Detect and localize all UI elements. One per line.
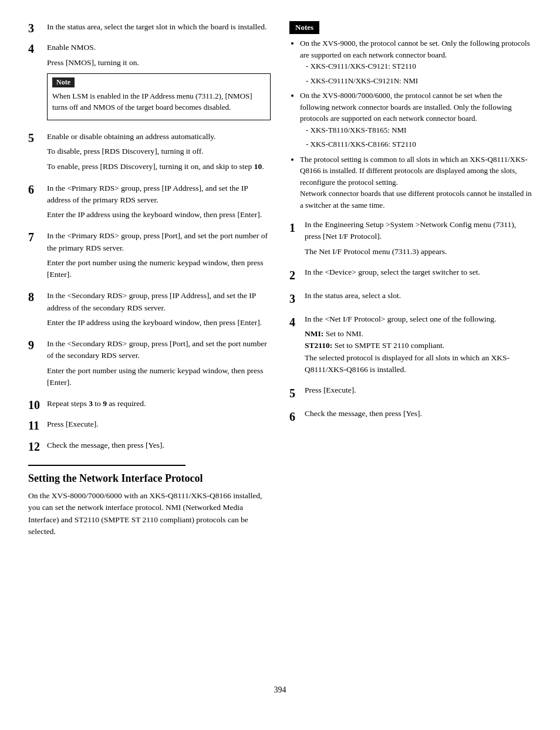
step-7-number: 7: [28, 230, 47, 244]
step-8-main: In the <Secondary RDS> group, press [IP …: [47, 290, 271, 314]
step-4-number: 4: [28, 42, 47, 56]
step-8-content: In the <Secondary RDS> group, press [IP …: [47, 290, 271, 332]
right-step-6-number: 6: [289, 408, 305, 425]
step-3-block: 3 In the status area, select the target …: [28, 21, 271, 36]
right-step-5-number: 5: [289, 384, 305, 402]
right-step-4-number: 4: [289, 313, 305, 331]
right-step-3-block: 3 In the status area, select a slot.: [289, 290, 532, 307]
section-title: Setting the Network Interface Protocol: [28, 472, 271, 485]
right-step-4-content: In the <Net I/F Protocol> group, select …: [305, 313, 532, 378]
step-5-block: 5 Enable or disable obtaining an address…: [28, 131, 271, 177]
step-4-sub: Press [NMOS], turning it on.: [47, 57, 271, 69]
step-9-block: 9 In the <Secondary RDS> group, press [P…: [28, 338, 271, 392]
section-divider: [28, 465, 185, 466]
section-intro: On the XVS-8000/7000/6000 with an XKS-Q8…: [28, 490, 271, 538]
step-5-main: Enable or disable obtaining an address a…: [47, 131, 271, 143]
notes-label: Notes: [289, 21, 319, 34]
step-11-block: 11 Press [Execute].: [28, 418, 271, 433]
right-step-1-content: In the Engineering Setup >System >Networ…: [305, 219, 532, 261]
step-6-block: 6 In the <Primary RDS> group, press [IP …: [28, 182, 271, 225]
step-9-number: 9: [28, 338, 47, 352]
step-7-block: 7 In the <Primary RDS> group, press [Por…: [28, 230, 271, 284]
right-step-2-main: In the <Device> group, select the target…: [305, 266, 532, 278]
right-step-1-number: 1: [289, 219, 305, 236]
step-9-main: In the <Secondary RDS> group, press [Por…: [47, 338, 271, 362]
step-12-main: Check the message, then press [Yes].: [47, 440, 271, 451]
step-10-block: 10 Repeat steps 3 to 9 as required.: [28, 398, 271, 413]
left-column: 3 In the status area, select the target …: [28, 21, 271, 675]
right-step-6-content: Check the message, then press [Yes].: [305, 408, 532, 423]
right-step-2-content: In the <Device> group, select the target…: [305, 266, 532, 281]
section-block: Setting the Network Interface Protocol O…: [28, 472, 271, 538]
right-step-3-main: In the status area, select a slot.: [305, 290, 532, 302]
right-step-5-main: Press [Execute].: [305, 384, 532, 396]
notes-section: Notes On the XVS-9000, the protocol cann…: [289, 21, 532, 211]
right-step-2-block: 2 In the <Device> group, select the targ…: [289, 266, 532, 284]
step-12-content: Check the message, then press [Yes].: [47, 440, 271, 454]
notes-sub-1a: XKS-C9111/XKS-C9121: ST2110: [306, 60, 532, 72]
notes-bullet-2: On the XVS-8000/7000/6000, the protocol …: [300, 90, 532, 150]
right-column: Notes On the XVS-9000, the protocol cann…: [289, 21, 532, 675]
step-3-main: In the status area, select the target sl…: [47, 21, 271, 33]
step-5-sub1: To disable, press [RDS Discovery], turni…: [47, 146, 271, 157]
right-step-4-sub: NMI: Set to NMI. ST2110: Set to SMPTE ST…: [305, 328, 532, 376]
right-step-5-block: 5 Press [Execute].: [289, 384, 532, 402]
notes-bullet-3: The protocol setting is common to all sl…: [300, 154, 532, 211]
step-3-content: In the status area, select the target sl…: [47, 21, 271, 36]
notes-sub-1b: XKS-C9111N/XKS-C9121N: NMI: [306, 75, 532, 87]
step-8-sub: Enter the IP address using the keyboard …: [47, 317, 271, 329]
notes-sub-list-1: XKS-C9111/XKS-C9121: ST2110 XKS-C9111N/X…: [300, 60, 532, 86]
step-6-main: In the <Primary RDS> group, press [IP Ad…: [47, 182, 271, 207]
notes-sub-2b: XKS-C8111/XKS-C8166: ST2110: [306, 138, 532, 150]
step-6-content: In the <Primary RDS> group, press [IP Ad…: [47, 182, 271, 225]
right-step-2-number: 2: [289, 266, 305, 284]
note-header: Note: [52, 77, 75, 87]
step-4-content: Enable NMOS. Press [NMOS], turning it on…: [47, 42, 271, 125]
step-7-sub: Enter the port number using the numeric …: [47, 257, 271, 281]
page: 3 In the status area, select the target …: [0, 0, 560, 730]
notes-sub-2a: XKS-T8110/XKS-T8165: NMI: [306, 124, 532, 136]
step-10-main: Repeat steps 3 to 9 as required.: [47, 398, 271, 410]
right-step-4-main: In the <Net I/F Protocol> group, select …: [305, 313, 532, 325]
right-step-6-main: Check the message, then press [Yes].: [305, 408, 532, 420]
step-6-sub: Enter the IP address using the keyboard …: [47, 209, 271, 221]
step-3-number: 3: [28, 21, 47, 35]
note-text: When LSM is enabled in the IP Address me…: [52, 90, 265, 113]
right-step-6-block: 6 Check the message, then press [Yes].: [289, 408, 532, 425]
step-7-main: In the <Primary RDS> group, press [Port]…: [47, 230, 271, 254]
step-11-content: Press [Execute].: [47, 418, 271, 433]
main-columns: 3 In the status area, select the target …: [28, 21, 532, 675]
right-step-1-sub: The Net I/F Protocol menu (7311.3) appea…: [305, 246, 532, 258]
step-10-content: Repeat steps 3 to 9 as required.: [47, 398, 271, 413]
notes-list: On the XVS-9000, the protocol cannot be …: [289, 38, 532, 211]
step-10-number: 10: [28, 398, 47, 412]
step-5-sub2: To enable, press [RDS Discovery], turnin…: [47, 161, 271, 173]
right-step-3-number: 3: [289, 290, 305, 307]
step-12-block: 12 Check the message, then press [Yes].: [28, 440, 271, 454]
right-step-1-block: 1 In the Engineering Setup >System >Netw…: [289, 219, 532, 261]
right-step-4-block: 4 In the <Net I/F Protocol> group, selec…: [289, 313, 532, 378]
right-step-5-content: Press [Execute].: [305, 384, 532, 399]
step-8-block: 8 In the <Secondary RDS> group, press [I…: [28, 290, 271, 332]
step-4-block: 4 Enable NMOS. Press [NMOS], turning it …: [28, 42, 271, 125]
step-6-number: 6: [28, 182, 47, 197]
step-7-content: In the <Primary RDS> group, press [Port]…: [47, 230, 271, 284]
step-5-content: Enable or disable obtaining an address a…: [47, 131, 271, 177]
step-12-number: 12: [28, 440, 47, 454]
notes-sub-list-2: XKS-T8110/XKS-T8165: NMI XKS-C8111/XKS-C…: [300, 124, 532, 150]
step-9-sub: Enter the port number using the numeric …: [47, 365, 271, 389]
step-4-main: Enable NMOS.: [47, 42, 271, 53]
page-number: 394: [28, 685, 532, 695]
notes-bullet-1: On the XVS-9000, the protocol cannot be …: [300, 38, 532, 86]
right-step-3-content: In the status area, select a slot.: [305, 290, 532, 305]
step-8-number: 8: [28, 290, 47, 304]
step-11-number: 11: [28, 418, 47, 432]
right-step-1-main: In the Engineering Setup >System >Networ…: [305, 219, 532, 243]
step-9-content: In the <Secondary RDS> group, press [Por…: [47, 338, 271, 392]
step-11-main: Press [Execute].: [47, 418, 271, 430]
note-box: Note When LSM is enabled in the IP Addre…: [47, 73, 271, 120]
step-5-number: 5: [28, 131, 47, 145]
